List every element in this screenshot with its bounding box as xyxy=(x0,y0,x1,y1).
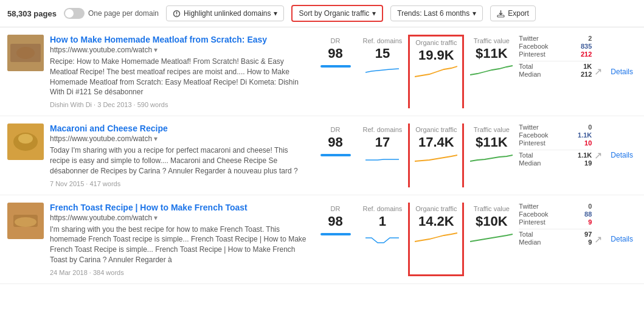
twitter-row: Twitter 0 xyxy=(519,123,592,131)
thumb-image xyxy=(7,123,44,160)
twitter-label: Twitter xyxy=(519,203,538,210)
content-block: How to Make Homemade Meatloaf from Scrat… xyxy=(50,35,308,108)
svg-point-2 xyxy=(176,15,178,16)
organic-traffic-value: 14.2K xyxy=(418,214,454,229)
traffic-value-label: Traffic value xyxy=(474,37,510,44)
twitter-row: Twitter 0 xyxy=(519,203,592,210)
twitter-label: Twitter xyxy=(519,123,538,131)
sort-btn-label: Sort by Organic traffic xyxy=(299,9,369,18)
highlight-btn[interactable]: Highlight unlinked domains ▾ xyxy=(166,5,284,21)
pinterest-label: Pinterest xyxy=(519,139,545,147)
export-icon xyxy=(497,10,505,18)
dr-block: DR 98 xyxy=(314,35,357,108)
dr-block: DR 98 xyxy=(314,123,357,187)
highlight-chevron-icon: ▾ xyxy=(274,9,277,18)
traffic-value-label: Traffic value xyxy=(474,205,510,212)
ref-domains-label: Ref. domains xyxy=(363,205,403,212)
facebook-count: 1.1K xyxy=(578,131,592,139)
total-count: 1K xyxy=(583,63,592,70)
facebook-row: Facebook 835 xyxy=(519,43,592,50)
total-count: 97 xyxy=(584,231,592,238)
facebook-row: Facebook 1.1K xyxy=(519,131,592,139)
twitter-row: Twitter 2 xyxy=(519,35,592,42)
pinterest-count: 9 xyxy=(588,218,592,226)
ref-domains-value: 15 xyxy=(375,46,390,61)
ref-domains-chart xyxy=(365,150,399,164)
dr-block: DR 98 xyxy=(314,203,357,276)
row-metrics: DR 98 Ref. domains 15 Organic traffic 19… xyxy=(314,35,637,108)
trends-chevron-icon: ▾ xyxy=(473,9,476,18)
trend-icon: ↗ xyxy=(594,66,602,77)
svg-point-10 xyxy=(18,134,33,144)
dr-value: 98 xyxy=(328,134,342,150)
median-row: Median 19 xyxy=(519,159,592,167)
export-btn[interactable]: Export xyxy=(490,5,536,21)
traffic-value-value: $11K xyxy=(476,134,508,150)
table-row: Macaroni and Cheese Recipe https://www.y… xyxy=(0,116,644,195)
organic-traffic-value: 17.4K xyxy=(418,134,454,150)
result-snippet: Recipe: How to Make Homemade Meatloaf! F… xyxy=(50,57,308,97)
details-button[interactable]: Details xyxy=(607,235,637,243)
trends-btn[interactable]: Trends: Last 6 months ▾ xyxy=(390,5,483,21)
facebook-label: Facebook xyxy=(519,210,548,218)
result-title[interactable]: Macaroni and Cheese Recipe xyxy=(50,123,308,133)
traffic-value-chart xyxy=(470,61,513,78)
dr-value: 98 xyxy=(328,46,342,61)
organic-traffic-label: Organic traffic xyxy=(415,205,457,212)
thumbnail xyxy=(7,203,44,239)
organic-chart xyxy=(415,150,457,167)
total-count: 1.1K xyxy=(578,151,592,159)
dr-bar xyxy=(320,65,351,68)
result-title[interactable]: How to Make Homemade Meatloaf from Scrat… xyxy=(50,35,308,44)
organic-traffic-value: 19.9K xyxy=(418,47,454,63)
organic-traffic-label: Organic traffic xyxy=(415,126,457,133)
result-url: https://www.youtube.com/watch ▾ xyxy=(50,214,308,222)
result-snippet: I'm sharing with you the best recipe for… xyxy=(50,224,308,265)
social-block: Twitter 2 Facebook 835 Pinterest 212 Tot… xyxy=(519,35,592,108)
ref-domains-block: Ref. domains 1 xyxy=(359,203,406,276)
pinterest-count: 212 xyxy=(581,50,592,58)
one-page-toggle[interactable] xyxy=(64,8,85,19)
twitter-label: Twitter xyxy=(519,35,538,42)
median-row: Median 212 xyxy=(519,71,592,78)
facebook-count: 835 xyxy=(581,43,592,50)
result-url: https://www.youtube.com/watch ▾ xyxy=(50,134,308,143)
organic-traffic-block: Organic traffic 19.9K xyxy=(408,35,464,108)
svg-point-7 xyxy=(16,47,35,59)
twitter-count: 0 xyxy=(588,123,592,131)
organic-chart xyxy=(415,229,457,246)
facebook-row: Facebook 88 xyxy=(519,210,592,218)
organic-traffic-label: Organic traffic xyxy=(415,39,457,46)
highlight-btn-label: Highlight unlinked domains xyxy=(184,9,271,18)
details-button[interactable]: Details xyxy=(607,68,637,76)
total-label: Total xyxy=(519,231,533,238)
ref-domains-block: Ref. domains 15 xyxy=(359,35,406,108)
trends-btn-label: Trends: Last 6 months xyxy=(397,9,469,18)
toggle-knob xyxy=(65,9,74,18)
table-row: How to Make Homemade Meatloaf from Scrat… xyxy=(0,27,644,116)
median-label: Median xyxy=(519,71,541,78)
dr-label: DR xyxy=(331,126,341,133)
row-metrics: DR 98 Ref. domains 17 Organic traffic 17… xyxy=(314,123,637,187)
dr-label: DR xyxy=(331,37,341,44)
trend-icon: ↗ xyxy=(594,150,602,161)
highlight-icon xyxy=(173,10,181,18)
facebook-count: 88 xyxy=(584,210,592,218)
facebook-label: Facebook xyxy=(519,131,548,139)
median-count: 212 xyxy=(581,71,592,78)
details-button[interactable]: Details xyxy=(607,151,637,159)
ref-domains-block: Ref. domains 17 xyxy=(359,123,406,187)
total-row: Total 1K xyxy=(519,61,592,70)
result-title[interactable]: French Toast Recipe | How to Make French… xyxy=(50,203,308,212)
svg-point-13 xyxy=(15,217,36,227)
sort-btn[interactable]: Sort by Organic traffic ▾ xyxy=(291,5,383,22)
facebook-label: Facebook xyxy=(519,43,548,50)
traffic-value-chart xyxy=(470,229,513,246)
ref-domains-label: Ref. domains xyxy=(363,126,403,133)
thumbnail xyxy=(7,123,44,160)
toggle-label: One page per domain xyxy=(88,9,159,18)
thumb-image xyxy=(7,35,44,71)
result-meta: 24 Mar 2018 · 384 words xyxy=(50,269,308,276)
row-metrics: DR 98 Ref. domains 1 Organic traffic 14.… xyxy=(314,203,637,276)
traffic-value-value: $11K xyxy=(476,46,508,61)
